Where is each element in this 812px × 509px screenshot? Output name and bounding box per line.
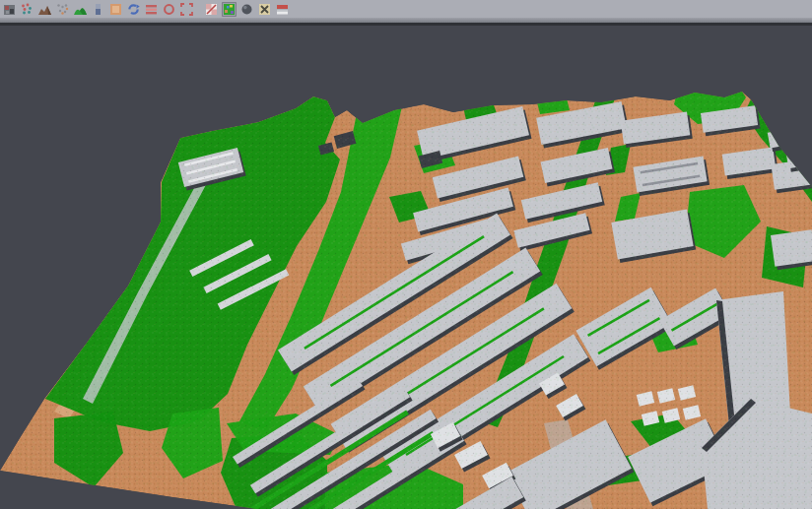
discard-tile-icon[interactable] [257, 2, 272, 17]
point-speckle-overlay-2 [0, 92, 812, 509]
viewport-3d[interactable] [0, 26, 812, 509]
sparse-points-icon[interactable] [55, 2, 70, 17]
split-list-icon[interactable] [275, 2, 290, 17]
circle-select-icon[interactable] [162, 2, 176, 17]
zoom-extent-icon[interactable] [179, 2, 194, 17]
sphere-view-icon[interactable] [239, 2, 254, 17]
point-cloud-render [0, 26, 812, 509]
application-window [0, 0, 812, 509]
refresh-rotate-icon[interactable] [126, 2, 141, 17]
checker-overlay-icon[interactable] [204, 2, 219, 17]
terrain-hill-icon[interactable] [73, 2, 88, 17]
red-layers-icon[interactable] [144, 2, 159, 17]
blocks-icon[interactable] [2, 2, 17, 17]
classification-palette-icon[interactable] [222, 2, 237, 17]
tin-surface-icon[interactable] [37, 2, 52, 17]
toolbar [0, 0, 812, 18]
toolbar-separator [197, 2, 204, 17]
ortho-tile-icon[interactable] [108, 2, 123, 17]
profile-column-icon[interactable] [91, 2, 105, 17]
scatter-points-icon[interactable] [20, 2, 34, 17]
